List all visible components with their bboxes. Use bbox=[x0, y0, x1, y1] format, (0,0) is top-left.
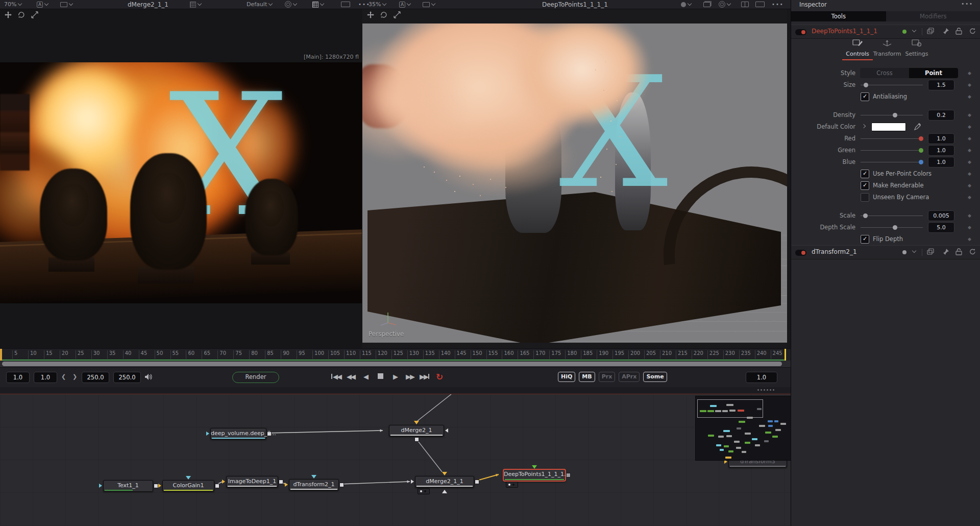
graph-node-dmerge2-1[interactable]: dMerge2_1 bbox=[389, 425, 444, 437]
node-input-left[interactable] bbox=[206, 432, 209, 436]
red-value-field[interactable]: 1.0 bbox=[928, 133, 954, 144]
quality-aprx-button[interactable]: APrx bbox=[619, 372, 640, 382]
node-output[interactable] bbox=[215, 484, 219, 488]
node-enable-toggle[interactable] bbox=[795, 29, 806, 35]
inspector-menu-icon[interactable]: ••• bbox=[961, 1, 973, 7]
antialiasing-checkbox[interactable]: ✓ bbox=[861, 92, 869, 101]
right-zoom-select[interactable]: 35% bbox=[369, 0, 386, 9]
lock-icon[interactable] bbox=[955, 248, 962, 255]
lock-icon[interactable] bbox=[955, 28, 962, 35]
keyframe-diamond-icon[interactable]: ◆ bbox=[968, 70, 971, 76]
skip-end-button[interactable]: ▶▶ bbox=[420, 371, 430, 383]
node-input-top[interactable] bbox=[414, 421, 419, 424]
green-slider[interactable] bbox=[861, 150, 923, 151]
node-input-left[interactable] bbox=[222, 480, 225, 484]
right-frame-icon[interactable] bbox=[755, 0, 765, 9]
flip-depth-checkbox[interactable]: ✓ bbox=[861, 235, 869, 244]
zoom-fit-icon[interactable] bbox=[393, 11, 401, 19]
keyframe-diamond-icon[interactable]: ◆ bbox=[968, 94, 971, 99]
quality-some-button[interactable]: Some bbox=[643, 372, 667, 382]
keyframe-diamond-icon[interactable]: ◆ bbox=[968, 213, 971, 218]
keyframe-diamond-icon[interactable]: ◆ bbox=[968, 112, 971, 117]
left-layer-select[interactable] bbox=[60, 0, 72, 9]
red-slider[interactable] bbox=[861, 138, 923, 139]
node-input-right[interactable] bbox=[445, 428, 448, 433]
node-input-top[interactable] bbox=[186, 476, 191, 480]
graph-node-deep-volume-deep-fl-[interactable]: deep_volume.deep_fl... bbox=[210, 428, 266, 440]
keyframe-diamond-icon[interactable]: ◆ bbox=[968, 225, 971, 230]
node-header-dtransform[interactable]: dTransform2_1 bbox=[791, 245, 980, 259]
node-graph-minimap[interactable] bbox=[695, 396, 791, 461]
blue-slider[interactable] bbox=[861, 162, 923, 162]
global-end-field[interactable]: 250.0 bbox=[113, 372, 141, 383]
density-value-field[interactable]: 0.2 bbox=[928, 110, 954, 121]
left-grid-toggle[interactable] bbox=[190, 0, 201, 9]
audio-icon[interactable] bbox=[144, 373, 153, 381]
quality-hiq-button[interactable]: HiQ bbox=[558, 372, 575, 382]
depth-scale-slider[interactable] bbox=[861, 227, 923, 228]
expand-chevron-icon[interactable] bbox=[862, 124, 866, 128]
node-output[interactable] bbox=[154, 484, 158, 488]
quality-mb-button[interactable]: MB bbox=[579, 372, 595, 382]
node-output[interactable] bbox=[339, 483, 344, 487]
global-start-field[interactable]: 1.0 bbox=[6, 372, 30, 383]
copy-icon[interactable] bbox=[927, 28, 935, 35]
subtab-settings[interactable]: Settings bbox=[901, 39, 932, 57]
render-end-field[interactable]: 250.0 bbox=[82, 372, 109, 383]
node-input-left[interactable] bbox=[99, 484, 102, 488]
keyframe-diamond-icon[interactable]: ◆ bbox=[968, 183, 971, 188]
play-button[interactable]: ▶ bbox=[390, 371, 400, 383]
perspective-3d-view[interactable]: X Perspective bbox=[362, 23, 787, 343]
graph-node-dmerge2-1-1[interactable]: dMerge2_1_1 bbox=[415, 476, 474, 488]
checkbox[interactable]: ✓ bbox=[861, 181, 869, 190]
keyframe-diamond-icon[interactable]: ◆ bbox=[968, 148, 971, 153]
loop-button[interactable]: ↻ bbox=[434, 371, 445, 383]
graph-node-dtransform2-1[interactable]: dTransform2_1 bbox=[289, 479, 339, 491]
play-reverse-button[interactable]: ◀ bbox=[360, 371, 371, 383]
node-input-left[interactable] bbox=[285, 483, 288, 487]
graph-node-imagetodeep1-1[interactable]: ImageToDeep1_1 bbox=[226, 476, 278, 488]
keyframe-diamond-icon[interactable]: ◆ bbox=[968, 124, 971, 129]
node-input-top[interactable] bbox=[442, 472, 447, 475]
node-header-deeptopoints[interactable]: DeepToPoints1_1_1_1 bbox=[791, 25, 980, 39]
subtab-controls[interactable]: Controls bbox=[842, 39, 873, 60]
left-frame-icon[interactable] bbox=[341, 0, 350, 9]
copy-icon[interactable] bbox=[927, 248, 935, 255]
chevron-down-icon[interactable] bbox=[912, 28, 916, 32]
node-input-top[interactable] bbox=[532, 465, 537, 469]
blue-value-field[interactable]: 1.0 bbox=[928, 157, 954, 168]
quality-prx-button[interactable]: Prx bbox=[599, 372, 616, 382]
keyframe-diamond-icon[interactable]: ◆ bbox=[968, 136, 971, 141]
tab-tools[interactable]: Tools bbox=[791, 11, 886, 21]
stop-button[interactable] bbox=[375, 371, 385, 383]
right-stack-icon[interactable] bbox=[703, 0, 710, 9]
chevron-down-icon[interactable] bbox=[912, 249, 916, 253]
node-graph[interactable]: deep_volume.deep_fl...dMerge2_1Text1_1Co… bbox=[0, 394, 791, 526]
reset-icon[interactable] bbox=[969, 28, 976, 35]
node-output[interactable] bbox=[475, 480, 479, 484]
depth-scale-value-field[interactable]: 5.0 bbox=[928, 222, 954, 233]
left-channel-select[interactable]: A bbox=[37, 0, 48, 9]
right-colorwheel-select[interactable] bbox=[719, 0, 730, 9]
node-enable-toggle[interactable] bbox=[795, 250, 806, 256]
subtab-transform[interactable]: Transform bbox=[872, 39, 902, 57]
eyedropper-icon[interactable] bbox=[914, 123, 922, 131]
node-input-left[interactable] bbox=[158, 484, 161, 488]
checkbox[interactable]: ✓ bbox=[861, 170, 869, 178]
right-quadview-icon[interactable] bbox=[741, 0, 749, 9]
rewind-button[interactable]: ◀◀ bbox=[346, 371, 356, 383]
left-zoom-select[interactable]: 70% bbox=[4, 0, 21, 9]
green-value-field[interactable]: 1.0 bbox=[928, 145, 954, 156]
timeline-scrollbar[interactable] bbox=[2, 362, 782, 366]
timeline-ruler[interactable]: 5101520253035404550556065707580859095100… bbox=[0, 348, 791, 361]
scale-slider[interactable] bbox=[861, 216, 923, 216]
checkbox[interactable] bbox=[861, 193, 869, 202]
pin-icon[interactable] bbox=[942, 28, 949, 35]
pan-icon[interactable] bbox=[4, 11, 12, 19]
keyframe-diamond-icon[interactable]: ◆ bbox=[968, 236, 971, 242]
playhead-marker[interactable] bbox=[785, 349, 786, 361]
render-button[interactable]: Render bbox=[232, 372, 279, 383]
right-circle-select[interactable] bbox=[681, 0, 691, 9]
left-viewer[interactable]: [Main]: 1280x720 fl X bbox=[0, 9, 362, 348]
step-forward-button[interactable]: ❯ bbox=[72, 372, 77, 382]
